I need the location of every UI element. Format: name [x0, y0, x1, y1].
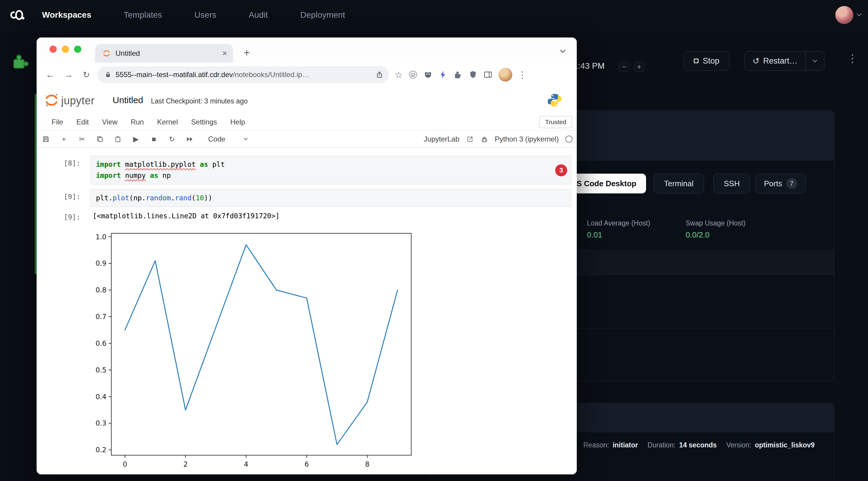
share-icon[interactable]	[376, 71, 383, 78]
tab-title: Untitled	[116, 49, 140, 58]
restart-workspace-button[interactable]: ↺ Restart…	[744, 51, 825, 71]
nav-item-workspaces[interactable]: Workspaces	[42, 10, 91, 20]
shield-extension-icon[interactable]	[468, 70, 477, 79]
svg-text:0.4: 0.4	[95, 393, 106, 400]
stop-workspace-button[interactable]: Stop	[684, 51, 730, 71]
code-line: import numpy as np	[96, 170, 566, 181]
output-prompt: [9]:	[37, 213, 81, 221]
input-prompt: [9]:	[37, 193, 81, 201]
nav-item-deployment[interactable]: Deployment	[300, 10, 345, 20]
chevron-down-icon[interactable]	[857, 12, 862, 17]
svg-text:0.5: 0.5	[95, 366, 106, 374]
svg-text:6: 6	[304, 460, 309, 468]
window-minimize-traffic-light[interactable]	[62, 45, 69, 53]
puzzle-extensions-icon[interactable]	[454, 70, 463, 79]
lightning-bolt-extension-icon[interactable]	[438, 70, 447, 79]
coder-logo-icon[interactable]	[9, 7, 26, 23]
forward-icon[interactable]: →	[64, 70, 73, 80]
nav-item-audit[interactable]: Audit	[249, 10, 268, 20]
restart-icon: ↺	[752, 56, 760, 66]
menu-kernel[interactable]: Kernel	[157, 118, 178, 126]
bookmark-star-icon[interactable]: ☆	[395, 70, 403, 80]
jupyter-logo-icon[interactable]	[44, 93, 59, 107]
browser-tab-strip: Untitled × +	[37, 37, 577, 63]
new-tab-button[interactable]: +	[244, 46, 250, 59]
restart-run-all-icon[interactable]	[186, 135, 194, 143]
matplotlib-line-chart: 0.20.30.40.50.60.70.80.91.002468	[90, 227, 438, 472]
address-bar[interactable]: 5555--main--test--matifali.atif.cdr.dev/…	[97, 66, 389, 83]
code-cell-8[interactable]: import matplotlib.pyplot as plt import n…	[90, 156, 571, 185]
workspace-menu-kebab-icon[interactable]: ⋮	[847, 52, 858, 65]
password-manager-extension-icon[interactable]	[408, 70, 417, 79]
svg-text:0: 0	[123, 460, 127, 468]
jupyter-notebook-page: jupyter Untitled Last Checkpoint: 3 minu…	[37, 87, 577, 474]
zoom-in-button[interactable]: +	[634, 62, 644, 72]
menu-edit[interactable]: Edit	[76, 118, 89, 126]
run-cell-icon[interactable]: ▶	[132, 135, 140, 143]
restart-dropdown-button[interactable]	[806, 51, 824, 70]
external-link-icon[interactable]	[466, 135, 474, 143]
user-avatar[interactable]	[835, 6, 853, 24]
input-prompt: [8]:	[37, 159, 81, 167]
svg-text:0.8: 0.8	[95, 286, 106, 294]
interrupt-kernel-icon[interactable]: ■	[150, 135, 158, 143]
green-puzzle-icon[interactable]	[11, 53, 29, 70]
ports-count-badge: 7	[786, 178, 797, 189]
jupyter-wordmark: jupyter	[61, 93, 95, 107]
ssh-button[interactable]: SSH	[713, 173, 750, 193]
window-close-traffic-light[interactable]	[50, 45, 57, 53]
terminal-button[interactable]: Terminal	[654, 173, 704, 193]
copy-cell-icon[interactable]	[96, 135, 104, 143]
lock-icon[interactable]	[105, 71, 111, 78]
mask-extension-icon[interactable]	[424, 70, 433, 79]
menu-run[interactable]: Run	[131, 118, 144, 126]
nav-item-templates[interactable]: Templates	[124, 10, 162, 20]
trusted-button[interactable]: Trusted	[539, 116, 572, 128]
jupyter-menubar: File Edit View Run Kernel Settings Help …	[37, 114, 577, 130]
menu-settings[interactable]: Settings	[191, 118, 217, 126]
top-navbar: Workspaces Templates Users Audit Deploym…	[0, 0, 868, 30]
restart-kernel-icon[interactable]: ↻	[168, 135, 176, 143]
svg-text:1.0: 1.0	[95, 233, 106, 241]
sidebar-toggle-icon[interactable]	[484, 70, 493, 79]
open-jupyterlab-link[interactable]: JupyterLab	[424, 135, 460, 143]
cut-cell-icon[interactable]: ✂	[78, 135, 86, 143]
browser-tab[interactable]: Untitled ×	[95, 44, 233, 63]
zoom-out-button[interactable]: −	[619, 62, 629, 72]
kernel-name[interactable]: Python 3 (ipykernel)	[495, 135, 559, 143]
cell-type-dropdown[interactable]: Code	[208, 135, 247, 143]
window-zoom-traffic-light[interactable]	[74, 45, 81, 53]
back-icon[interactable]: ←	[45, 70, 55, 80]
menu-view[interactable]: View	[102, 118, 118, 126]
jupyter-toolbar-right: JupyterLab Python 3 (ipykernel)	[424, 135, 572, 143]
svg-text:0.3: 0.3	[95, 419, 106, 427]
menu-help[interactable]: Help	[230, 118, 245, 126]
jupyter-favicon-icon	[102, 49, 111, 58]
svg-text:0.9: 0.9	[95, 259, 106, 267]
menu-file[interactable]: File	[52, 118, 63, 126]
ports-button[interactable]: Ports 7	[755, 173, 806, 193]
load-average-stat: Load Average (Host) 0.01	[587, 219, 650, 239]
nav-item-users[interactable]: Users	[194, 10, 216, 20]
code-line: import matplotlib.pyplot as plt	[96, 159, 566, 170]
debugger-bug-icon[interactable]	[480, 135, 488, 143]
tab-close-icon[interactable]: ×	[222, 49, 227, 58]
add-cell-icon[interactable]: +	[60, 135, 68, 143]
tab-search-chevron-icon[interactable]	[560, 47, 565, 53]
svg-text:0.2: 0.2	[95, 446, 106, 454]
notebook-title[interactable]: Untitled	[113, 95, 143, 105]
browser-menu-kebab-icon[interactable]: ⋮	[518, 70, 527, 80]
save-icon[interactable]	[42, 135, 50, 143]
browser-profile-avatar[interactable]	[498, 68, 512, 82]
code-line: plt.plot(np.random.rand(10))	[96, 193, 566, 203]
primary-nav: Workspaces Templates Users Audit Deploym…	[42, 10, 345, 20]
notebook-scroll-area[interactable]: import matplotlib.pyplot as plt [8]: imp…	[37, 148, 577, 474]
python-logo-icon	[547, 93, 562, 107]
jupyter-toolbar: + ✂ ▶ ■ ↻ Code JupyterL	[37, 130, 577, 148]
paste-cell-icon[interactable]	[114, 135, 122, 143]
chevron-down-icon	[244, 136, 248, 140]
green-accent-bar	[35, 94, 36, 274]
code-cell-9[interactable]: plt.plot(np.random.rand(10))	[90, 189, 571, 207]
chevron-down-icon	[812, 58, 817, 62]
reload-icon[interactable]: ↻	[83, 70, 90, 80]
